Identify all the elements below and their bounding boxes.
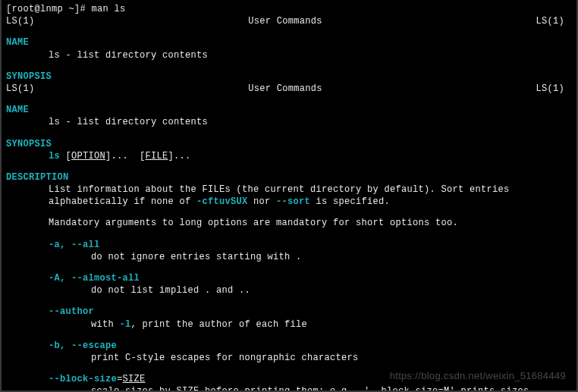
opt-a-text: do not ignore entries starting with . <box>6 251 572 263</box>
section-heading-description: DESCRIPTION <box>6 171 572 183</box>
hdr-center-2: User Commands <box>248 83 322 95</box>
name-line-2: ls - list directory contents <box>6 116 572 128</box>
opt-b-flag: -b, --escape <box>6 340 572 352</box>
opt-a-flag: -a, --all <box>6 239 572 251</box>
opt-author-text: with -l, print the author of each file <box>6 318 572 331</box>
opt-A-text: do not list implied . and .. <box>6 284 572 296</box>
shell-prompt: [root@lnmp ~]# man ls <box>6 3 572 15</box>
opt-author-flag: --author <box>6 306 572 318</box>
hdr-center: User Commands <box>248 15 322 27</box>
hdr-right-2: LS(1) <box>536 83 564 95</box>
hdr-left: LS(1) <box>6 15 35 27</box>
opt-block-flag: --block-size=SIZE <box>6 373 572 385</box>
hdr-left-2: LS(1) <box>6 83 35 95</box>
section-heading-name-2: NAME <box>6 104 572 116</box>
desc-line-1a: List information about the FILEs (the cu… <box>6 183 572 196</box>
man-header-row: LS(1) User Commands LS(1) <box>6 15 572 27</box>
opt-A-flag: -A, --almost-all <box>6 272 572 284</box>
opt-b-text: print C-style escapes for nongraphic cha… <box>6 352 572 364</box>
man-header-row-2: LS(1) User Commands LS(1) <box>6 83 572 95</box>
desc-line-2: Mandatory arguments to long options are … <box>6 217 572 229</box>
name-line: ls - list directory contents <box>6 49 572 61</box>
section-heading-name: NAME <box>6 36 572 49</box>
desc-line-1b: alphabetically if none of -cftuvSUX nor … <box>6 196 572 208</box>
opt-block-text-1: scale sizes by SIZE before printing them… <box>6 385 572 392</box>
hdr-right: LS(1) <box>536 15 564 27</box>
synopsis-line: ls [OPTION]... [FILE]... <box>6 150 572 162</box>
section-heading-synopsis-2: SYNOPSIS <box>6 138 572 150</box>
section-heading-synopsis: SYNOPSIS <box>6 71 572 83</box>
